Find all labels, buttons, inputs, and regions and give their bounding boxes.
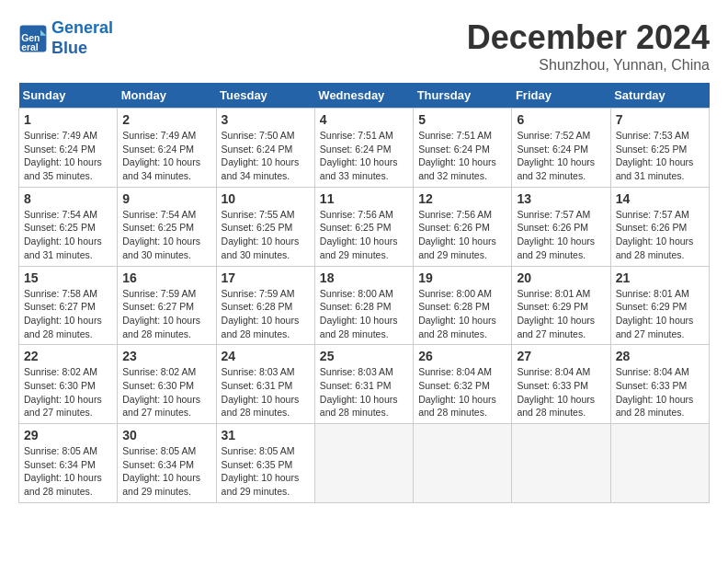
day-info: Sunrise: 8:03 AM Sunset: 6:31 PM Dayligh… (222, 365, 310, 419)
day-number: 26 (418, 349, 506, 363)
day-info: Sunrise: 7:57 AM Sunset: 6:26 PM Dayligh… (616, 208, 704, 262)
day-info: Sunrise: 7:59 AM Sunset: 6:27 PM Dayligh… (122, 287, 210, 341)
calendar-cell: 11Sunrise: 7:56 AM Sunset: 6:25 PM Dayli… (314, 187, 413, 266)
calendar-cell: 3Sunrise: 7:50 AM Sunset: 6:24 PM Daylig… (216, 109, 314, 188)
header: Gen eral General Blue December 2024 Shun… (18, 18, 710, 74)
weekday-header-tuesday: Tuesday (216, 83, 314, 109)
day-info: Sunrise: 8:01 AM Sunset: 6:29 PM Dayligh… (616, 287, 704, 341)
day-info: Sunrise: 7:51 AM Sunset: 6:24 PM Dayligh… (418, 129, 506, 183)
calendar-cell: 24Sunrise: 8:03 AM Sunset: 6:31 PM Dayli… (216, 345, 314, 424)
weekday-header-thursday: Thursday (414, 83, 512, 109)
day-number: 12 (418, 191, 506, 206)
day-info: Sunrise: 7:56 AM Sunset: 6:25 PM Dayligh… (320, 208, 408, 262)
weekday-header-row: SundayMondayTuesdayWednesdayThursdayFrid… (19, 83, 710, 109)
day-info: Sunrise: 7:54 AM Sunset: 6:25 PM Dayligh… (122, 208, 210, 262)
calendar-cell: 20Sunrise: 8:01 AM Sunset: 6:29 PM Dayli… (512, 266, 610, 345)
logo-name: General Blue (51, 18, 113, 58)
day-info: Sunrise: 8:00 AM Sunset: 6:28 PM Dayligh… (418, 287, 506, 341)
day-number: 29 (24, 428, 112, 442)
day-info: Sunrise: 8:03 AM Sunset: 6:31 PM Dayligh… (320, 365, 408, 419)
day-number: 17 (222, 270, 310, 285)
location-subtitle: Shunzhou, Yunnan, China (467, 57, 710, 74)
week-row-4: 22Sunrise: 8:02 AM Sunset: 6:30 PM Dayli… (19, 345, 710, 424)
day-info: Sunrise: 8:01 AM Sunset: 6:29 PM Dayligh… (517, 287, 605, 341)
day-info: Sunrise: 7:59 AM Sunset: 6:28 PM Dayligh… (222, 287, 310, 341)
day-info: Sunrise: 7:49 AM Sunset: 6:24 PM Dayligh… (24, 129, 112, 183)
calendar-cell: 28Sunrise: 8:04 AM Sunset: 6:33 PM Dayli… (610, 345, 709, 424)
day-number: 9 (122, 191, 210, 206)
calendar-cell: 13Sunrise: 7:57 AM Sunset: 6:26 PM Dayli… (512, 187, 610, 266)
day-info: Sunrise: 7:54 AM Sunset: 6:25 PM Dayligh… (24, 208, 112, 262)
calendar-cell: 2Sunrise: 7:49 AM Sunset: 6:24 PM Daylig… (118, 109, 216, 188)
day-number: 1 (24, 112, 112, 127)
calendar-cell: 26Sunrise: 8:04 AM Sunset: 6:32 PM Dayli… (414, 345, 512, 424)
day-number: 30 (122, 428, 210, 442)
calendar-cell: 14Sunrise: 7:57 AM Sunset: 6:26 PM Dayli… (610, 187, 709, 266)
calendar-cell: 10Sunrise: 7:55 AM Sunset: 6:25 PM Dayli… (216, 187, 314, 266)
day-info: Sunrise: 8:05 AM Sunset: 6:34 PM Dayligh… (122, 444, 210, 499)
day-number: 23 (122, 349, 210, 363)
calendar-table: SundayMondayTuesdayWednesdayThursdayFrid… (18, 83, 710, 503)
day-number: 8 (24, 191, 112, 206)
day-info: Sunrise: 7:55 AM Sunset: 6:25 PM Dayligh… (222, 208, 310, 262)
calendar-cell: 12Sunrise: 7:56 AM Sunset: 6:26 PM Dayli… (414, 187, 512, 266)
svg-text:eral: eral (21, 41, 39, 52)
day-info: Sunrise: 7:51 AM Sunset: 6:24 PM Dayligh… (320, 129, 408, 183)
day-info: Sunrise: 8:04 AM Sunset: 6:32 PM Dayligh… (418, 365, 506, 419)
day-number: 5 (418, 112, 506, 127)
calendar-cell: 29Sunrise: 8:05 AM Sunset: 6:34 PM Dayli… (19, 424, 118, 503)
day-number: 20 (517, 270, 605, 285)
day-info: Sunrise: 8:04 AM Sunset: 6:33 PM Dayligh… (517, 365, 605, 419)
day-number: 18 (320, 270, 408, 285)
day-info: Sunrise: 7:52 AM Sunset: 6:24 PM Dayligh… (517, 129, 605, 183)
week-row-3: 15Sunrise: 7:58 AM Sunset: 6:27 PM Dayli… (19, 266, 710, 345)
calendar-cell: 18Sunrise: 8:00 AM Sunset: 6:28 PM Dayli… (314, 266, 413, 345)
day-info: Sunrise: 7:49 AM Sunset: 6:24 PM Dayligh… (122, 129, 210, 183)
day-info: Sunrise: 7:56 AM Sunset: 6:26 PM Dayligh… (418, 208, 506, 262)
day-info: Sunrise: 8:05 AM Sunset: 6:34 PM Dayligh… (24, 444, 112, 499)
day-number: 25 (320, 349, 408, 363)
calendar-cell (512, 424, 610, 503)
weekday-header-wednesday: Wednesday (314, 83, 413, 109)
day-info: Sunrise: 8:02 AM Sunset: 6:30 PM Dayligh… (122, 365, 210, 419)
calendar-cell: 5Sunrise: 7:51 AM Sunset: 6:24 PM Daylig… (414, 109, 512, 188)
calendar-cell: 15Sunrise: 7:58 AM Sunset: 6:27 PM Dayli… (19, 266, 118, 345)
day-number: 15 (24, 270, 112, 285)
calendar-cell: 19Sunrise: 8:00 AM Sunset: 6:28 PM Dayli… (414, 266, 512, 345)
calendar-cell: 27Sunrise: 8:04 AM Sunset: 6:33 PM Dayli… (512, 345, 610, 424)
day-number: 3 (222, 112, 310, 127)
calendar-cell (610, 424, 709, 503)
day-number: 13 (517, 191, 605, 206)
calendar-cell: 7Sunrise: 7:53 AM Sunset: 6:25 PM Daylig… (610, 109, 709, 188)
day-number: 11 (320, 191, 408, 206)
calendar-cell (314, 424, 413, 503)
day-info: Sunrise: 7:57 AM Sunset: 6:26 PM Dayligh… (517, 208, 605, 262)
day-number: 27 (517, 349, 605, 363)
calendar-cell: 17Sunrise: 7:59 AM Sunset: 6:28 PM Dayli… (216, 266, 314, 345)
calendar-cell: 22Sunrise: 8:02 AM Sunset: 6:30 PM Dayli… (19, 345, 118, 424)
calendar-cell: 8Sunrise: 7:54 AM Sunset: 6:25 PM Daylig… (19, 187, 118, 266)
month-title: December 2024 (467, 18, 710, 57)
calendar-cell (414, 424, 512, 503)
calendar-cell: 16Sunrise: 7:59 AM Sunset: 6:27 PM Dayli… (118, 266, 216, 345)
logo-icon: Gen eral (18, 24, 48, 53)
weekday-header-friday: Friday (512, 83, 610, 109)
day-number: 2 (122, 112, 210, 127)
day-number: 31 (222, 428, 310, 442)
week-row-2: 8Sunrise: 7:54 AM Sunset: 6:25 PM Daylig… (19, 187, 710, 266)
day-info: Sunrise: 8:00 AM Sunset: 6:28 PM Dayligh… (320, 287, 408, 341)
day-number: 19 (418, 270, 506, 285)
day-info: Sunrise: 7:58 AM Sunset: 6:27 PM Dayligh… (24, 287, 112, 341)
weekday-header-saturday: Saturday (610, 83, 709, 109)
week-row-1: 1Sunrise: 7:49 AM Sunset: 6:24 PM Daylig… (19, 109, 710, 188)
day-number: 4 (320, 112, 408, 127)
day-number: 24 (222, 349, 310, 363)
weekday-header-monday: Monday (118, 83, 216, 109)
day-info: Sunrise: 7:53 AM Sunset: 6:25 PM Dayligh… (616, 129, 704, 183)
day-number: 6 (517, 112, 605, 127)
day-number: 14 (616, 191, 704, 206)
calendar-cell: 9Sunrise: 7:54 AM Sunset: 6:25 PM Daylig… (118, 187, 216, 266)
calendar-cell: 30Sunrise: 8:05 AM Sunset: 6:34 PM Dayli… (118, 424, 216, 503)
title-area: December 2024 Shunzhou, Yunnan, China (467, 18, 710, 74)
calendar-cell: 21Sunrise: 8:01 AM Sunset: 6:29 PM Dayli… (610, 266, 709, 345)
